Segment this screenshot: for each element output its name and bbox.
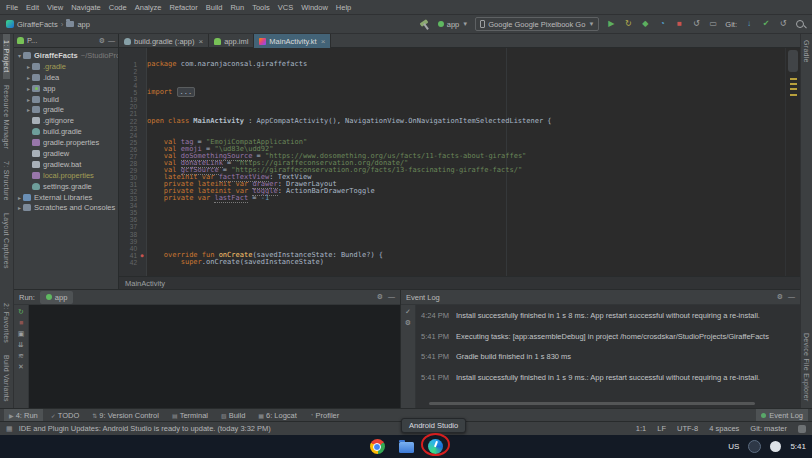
menu-item-view[interactable]: View [43,3,67,12]
keyboard-layout-indicator[interactable]: US [728,442,739,451]
android-studio-icon[interactable] [428,439,443,454]
tool-stripe-build-variants[interactable]: Build Variants [3,349,10,408]
apply-changes-icon[interactable]: ↻ [623,19,633,29]
editor[interactable]: 1package com.naranjaconsal.giraffefacts2… [119,48,785,276]
hide-panel-icon[interactable]: — [108,37,115,45]
sync-project-icon[interactable]: ↺ [691,19,701,29]
menu-item-file[interactable]: File [2,3,22,12]
editor-scrollbar-thumb[interactable] [788,50,798,72]
toolwindow-button-9-version-control[interactable]: ⇅9: Version Control [87,409,164,422]
tree-item-gradle[interactable]: ▸.gradle [14,61,118,72]
project-view-selector[interactable]: P... [27,36,37,45]
run-tab-app[interactable]: app [40,291,74,304]
breakpoint-icon[interactable]: ● [137,252,147,259]
menu-item-help[interactable]: Help [332,3,355,12]
update-project-icon[interactable]: ↓ [744,19,754,29]
tree-item-gradlew[interactable]: gradlew [14,148,118,159]
tool-stripe-device-file-explorer[interactable]: Device File Explorer [803,327,810,408]
tree-item-settings-gradle[interactable]: settings.gradle [14,181,118,192]
log-settings-icon[interactable]: ⚙ [403,319,413,327]
settings-icon[interactable]: ⚙ [777,293,783,301]
tool-stripe-1-project[interactable]: 1: Project [3,34,10,79]
stop-button[interactable]: ■ [674,19,684,29]
warning-mark[interactable] [790,83,797,85]
horizontal-scrollbar[interactable] [429,402,755,405]
soft-wrap-icon[interactable]: ≋ [16,352,26,360]
run-console[interactable] [29,305,400,408]
build-hammer-icon[interactable] [420,19,431,30]
scroll-to-end-icon[interactable]: ⇊ [16,341,26,349]
tree-item-build-gradle[interactable]: build.gradle [14,126,118,137]
commit-icon[interactable]: ✔ [761,19,771,29]
close-icon[interactable]: × [198,37,203,46]
breadcrumb-app[interactable]: app [77,20,90,29]
pin-icon[interactable]: ▣ [16,330,26,338]
tree-item-gradle[interactable]: ▸gradle [14,104,118,115]
tree-item-app[interactable]: ▸app [14,83,118,94]
indent[interactable]: 4 spaces [709,424,739,433]
run-button[interactable]: ▶ [606,19,616,29]
tree-item-scratches-and-consoles[interactable]: ▸Scratches and Consoles [14,202,118,213]
toolwindow-button-event-log[interactable]: Event Log [756,409,808,422]
breadcrumb-project[interactable]: GiraffeFacts [17,20,58,29]
toolwindow-button-terminal[interactable]: ▤Terminal [167,409,213,422]
menu-item-tools[interactable]: Tools [248,3,274,12]
tree-item-gradle-properties[interactable]: gradle.properties [14,137,118,148]
toolwindow-button-build[interactable]: ▧Build [216,409,250,422]
menu-item-run[interactable]: Run [226,3,248,12]
git-branch[interactable]: Git: master [750,424,787,433]
tab-build-gradle-app[interactable]: build.gradle (:app)× [119,34,209,48]
device-manager-icon[interactable]: ▭ [708,19,718,29]
chrome-icon[interactable] [370,439,385,454]
tool-stripe-7-structure[interactable]: 7: Structure [3,155,10,207]
menu-item-refactor[interactable]: Refactor [165,3,201,12]
tree-item-build[interactable]: ▸build [14,94,118,105]
tree-item-giraffefacts[interactable]: ▾GiraffeFacts~/StudioProjects/GiraffeFac [14,50,118,61]
hide-panel-icon[interactable]: — [788,293,795,301]
close-icon[interactable]: × [321,37,326,46]
revert-icon[interactable]: ↺ [778,19,788,29]
device-selector[interactable]: Google Google Pixelbook Go ▼ [475,17,599,31]
toolwindow-button-6-logcat[interactable]: ▦6: Logcat [253,409,302,422]
hide-panel-icon[interactable]: — [388,293,395,301]
run-config-selector[interactable]: app ▼ [438,20,468,29]
rerun-icon[interactable]: ↻ [16,308,26,316]
tool-stripe-2-favorites[interactable]: 2: Favorites [3,297,10,349]
tool-stripe-resource-manager[interactable]: Resource Manager [3,79,10,155]
search-everywhere-icon[interactable] [795,19,806,30]
settings-icon[interactable]: ⚙ [377,293,383,301]
tree-item-idea[interactable]: ▸.idea [14,72,118,83]
profile-button[interactable]: ◔ [657,19,667,29]
toolwindow-button-todo[interactable]: ✓TODO [46,409,85,422]
toolwindow-button-4-run[interactable]: ▶4: Run [4,409,43,422]
menu-item-analyze[interactable]: Analyze [131,3,166,12]
stop-icon[interactable]: ■ [16,319,26,327]
warning-mark[interactable] [790,88,797,90]
event-log-content[interactable]: 4:24 PMInstall successfully finished in … [416,305,800,408]
settings-icon[interactable]: ⚙ [99,37,105,45]
menu-item-vcs[interactable]: VCS [274,3,297,12]
tree-item-external-libraries[interactable]: ▸External Libraries [14,192,118,203]
menu-item-edit[interactable]: Edit [22,3,43,12]
debug-button[interactable]: ◆ [640,19,650,29]
toolwindow-button-profiler[interactable]: ◔Profiler [305,409,344,422]
tree-item-local-properties[interactable]: local.properties [14,170,118,181]
tool-stripe-gradle[interactable]: Gradle [803,34,810,69]
toolwindow-switcher-icon[interactable]: ▦ [6,425,13,433]
files-icon[interactable] [399,442,414,453]
menu-item-code[interactable]: Code [105,3,131,12]
tree-item-gitignore[interactable]: .gitignore [14,115,118,126]
error-stripe[interactable] [785,48,800,276]
menu-item-build[interactable]: Build [202,3,227,12]
tab-mainactivity-kt[interactable]: MainActivity.kt× [254,34,331,48]
tool-stripe-layout-captures[interactable]: Layout Captures [3,207,10,275]
caret-position[interactable]: 1:1 [636,424,646,433]
encoding[interactable]: UTF-8 [677,424,698,433]
system-menu-icon[interactable] [748,440,761,453]
tab-app-iml[interactable]: app.iml [209,34,254,48]
warning-mark[interactable] [790,78,797,80]
menu-item-navigate[interactable]: Navigate [67,3,105,12]
tree-item-gradlew-bat[interactable]: gradlew.bat [14,159,118,170]
line-separator[interactable]: LF [657,424,666,433]
warning-mark[interactable] [790,94,797,96]
